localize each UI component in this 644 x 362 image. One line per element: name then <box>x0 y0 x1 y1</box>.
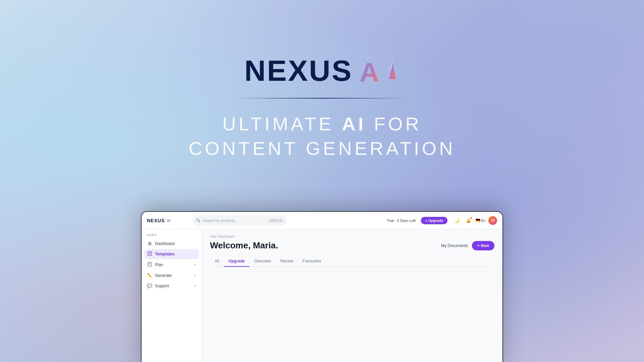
flag-icon: 🇩🇪 <box>476 218 480 223</box>
language-label: En <box>481 219 486 223</box>
main-content: User Dashboard Welcome, Maria. My Docume… <box>202 229 502 362</box>
tab-recent-label: Recent <box>280 259 293 263</box>
hero-divider <box>235 98 409 99</box>
plan-arrow-icon: ▾ <box>195 263 196 266</box>
tab-upgrade-label: Upgrade <box>228 259 245 263</box>
sidebar: USER ⊞ Dashboard Templates <box>142 229 202 362</box>
sidebar-item-plan-label: Plan <box>155 262 163 267</box>
tagline-ai: AI <box>342 113 366 134</box>
nav-logo-nexus: NEXUS <box>147 218 165 223</box>
upgrade-button-label: + Upgrade <box>425 219 443 223</box>
nav-logo-ai-icon: AI <box>167 218 178 223</box>
right-actions: My Documents + New <box>441 241 494 250</box>
navbar: NEXUS AI 🔍 Search for anything... cmd + … <box>142 212 502 229</box>
upgrade-button[interactable]: + Upgrade <box>421 217 447 224</box>
sidebar-item-generate-label: Generate <box>155 273 172 278</box>
tab-favourites[interactable]: Favourites <box>298 256 326 267</box>
svg-text:A: A <box>360 57 379 84</box>
tagline-line1: ULTIMATE AI FOR <box>222 113 422 134</box>
hero-logo-ai: A <box>360 57 400 84</box>
user-avatar[interactable]: JS <box>488 216 497 225</box>
search-shortcut: cmd + E <box>269 219 283 223</box>
breadcrumb: User Dashboard <box>210 235 494 238</box>
nav-icons: 🌙 🔔 🇩🇪 En JS <box>453 216 497 225</box>
nav-logo: NEXUS AI <box>147 218 187 223</box>
app-window: NEXUS AI 🔍 Search for anything... cmd + … <box>141 211 503 362</box>
page-title: Welcome, Maria. <box>210 240 278 251</box>
tab-overview[interactable]: Overview <box>250 256 276 267</box>
sidebar-item-templates-label: Templates <box>155 252 174 256</box>
avatar-initials: JS <box>491 219 495 222</box>
sidebar-item-dashboard-label: Dashboard <box>155 241 175 246</box>
plan-icon <box>147 262 152 267</box>
sidebar-item-support[interactable]: 💬 Support ▾ <box>144 281 199 291</box>
sidebar-item-generate[interactable]: ✏️ Generate ▾ <box>144 270 199 280</box>
support-arrow-icon: ▾ <box>195 284 196 288</box>
sidebar-item-templates[interactable]: Templates <box>144 249 199 259</box>
hero-logo: NEXUS A <box>244 54 399 88</box>
search-bar[interactable]: 🔍 Search for anything... cmd + E <box>193 216 286 226</box>
search-icon: 🔍 <box>196 218 201 223</box>
hero-logo-nexus: NEXUS <box>244 54 353 88</box>
theme-toggle-button[interactable]: 🌙 <box>453 216 462 225</box>
svg-text:AI: AI <box>167 219 170 223</box>
tab-overview-label: Overview <box>254 259 271 263</box>
new-button-label: + New <box>477 243 489 248</box>
tab-recent[interactable]: Recent <box>276 256 298 267</box>
generate-arrow-icon: ▾ <box>195 274 196 277</box>
language-selector[interactable]: 🇩🇪 En <box>476 218 486 223</box>
sidebar-section-label: USER <box>144 233 199 237</box>
sidebar-item-dashboard[interactable]: ⊞ Dashboard <box>144 239 199 248</box>
tab-all[interactable]: All <box>210 256 224 267</box>
tab-upgrade[interactable]: Upgrade <box>224 256 250 267</box>
app-body: USER ⊞ Dashboard Templates <box>142 229 502 362</box>
tagline-line2: CONTENT GENERATION <box>189 138 455 159</box>
tabs-bar: All Upgrade Overview Recent Favourites <box>210 256 494 267</box>
tab-all-label: All <box>215 259 219 263</box>
generate-icon: ✏️ <box>147 273 152 278</box>
hero-section: NEXUS A ULTIMATE AI FOR CONTENT GENERATI… <box>0 0 644 215</box>
page-title-row: Welcome, Maria. My Documents + New <box>210 240 494 251</box>
sidebar-item-plan[interactable]: Plan ▾ <box>144 260 199 270</box>
templates-icon <box>147 251 152 257</box>
notification-dot <box>470 217 472 219</box>
sidebar-item-support-label: Support <box>155 284 169 288</box>
dashboard-icon: ⊞ <box>147 241 152 246</box>
hero-tagline: ULTIMATE AI FOR CONTENT GENERATION <box>189 112 455 161</box>
my-documents-link[interactable]: My Documents <box>441 243 468 248</box>
search-placeholder: Search for anything... <box>203 219 267 223</box>
tab-favourites-label: Favourites <box>303 259 321 263</box>
notification-button[interactable]: 🔔 <box>464 216 473 225</box>
new-button[interactable]: + New <box>472 241 494 250</box>
support-icon: 💬 <box>147 283 152 288</box>
trial-status: Trial - 2 Days Left <box>387 219 416 223</box>
